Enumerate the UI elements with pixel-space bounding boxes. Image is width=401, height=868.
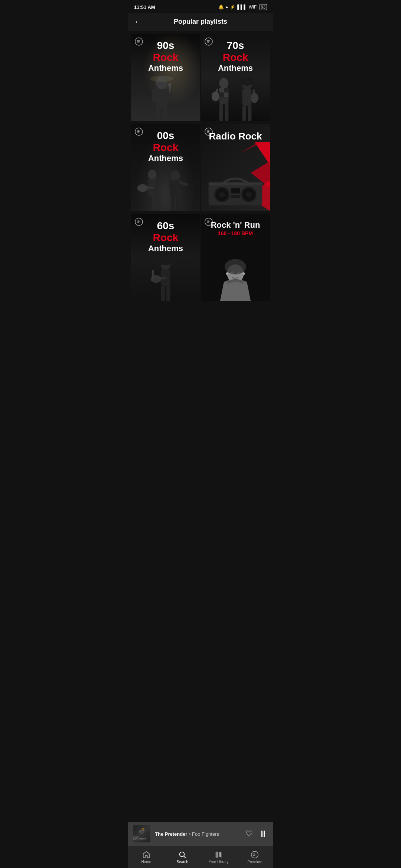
svg-rect-39 [176,197,180,211]
svg-rect-6 [163,107,167,121]
playlist-grid: 90s Rock Anthems [128,31,273,303]
playlist-item-70s[interactable]: 70s Rock Anthems [201,34,270,121]
svg-rect-25 [248,106,251,121]
status-bar: 11:51 AM 🔔 ● ⚡ ▌▌▌ WiFi 93 [128,0,273,13]
svg-point-68 [225,259,246,274]
svg-rect-32 [148,187,154,188]
playlist-item-60s[interactable]: 60s Rock Anthems [131,214,200,301]
cover-60s: 60s Rock Anthems [131,214,200,301]
svg-rect-34 [157,196,160,211]
svg-rect-62 [161,277,166,279]
cover-70s: 70s Rock Anthems [201,34,270,121]
cover-text-90s: 90s Rock Anthems [131,40,200,73]
svg-point-29 [148,170,156,180]
back-button[interactable]: ← [134,17,142,27]
page-title: Popular playlists [174,18,227,26]
svg-point-31 [137,184,148,192]
svg-rect-18 [225,104,228,121]
cover-00s: 00s Rock Anthems [131,124,200,211]
svg-rect-64 [161,286,165,301]
cover-rocknrun: Rock 'n' Run 160 - 180 BPM [201,214,270,301]
svg-rect-37 [179,181,189,187]
svg-rect-27 [253,89,255,99]
svg-rect-65 [166,286,170,301]
cover-text-70s: 70s Rock Anthems [201,40,270,73]
bluetooth-icon: ⚡ [230,4,235,10]
svg-point-35 [170,170,180,181]
svg-point-49 [219,191,225,198]
alarm-icon: 🔔 [218,4,224,10]
rocknrun-art [201,214,270,301]
svg-point-9 [150,76,173,82]
spotify-status-icon: ● [226,5,228,9]
svg-rect-38 [171,197,174,211]
svg-point-11 [219,78,229,89]
svg-rect-13 [219,88,224,92]
header: ← Popular playlists [128,13,273,31]
silhouette-70s [201,69,270,121]
svg-point-69 [231,272,234,274]
svg-point-70 [237,272,239,274]
battery-icon: 93 [260,4,267,10]
svg-rect-23 [242,89,252,105]
cover-text-00s: 00s Rock Anthems [131,130,200,163]
signal-icon: ▌▌▌ [237,4,247,10]
svg-rect-63 [152,270,154,280]
cover-radio: Radio Rock [201,124,270,211]
cover-90s: 90s Rock Anthems [131,34,200,121]
svg-rect-24 [242,106,246,121]
playlist-item-rocknrun[interactable]: Rock 'n' Run 160 - 180 BPM [201,214,270,301]
svg-rect-46 [209,183,263,185]
svg-rect-17 [219,104,223,121]
svg-point-22 [240,76,254,86]
svg-point-72 [243,273,245,275]
svg-point-71 [226,273,228,275]
svg-rect-36 [169,180,180,197]
cover-text-60s: 60s Rock Anthems [131,220,200,253]
svg-rect-54 [231,195,240,198]
silhouette-00s [131,159,200,211]
silhouette-60s [131,249,200,301]
svg-point-52 [246,191,252,198]
playlist-item-00s[interactable]: 00s Rock Anthems [131,124,200,211]
radio-art [201,124,270,211]
svg-marker-41 [255,142,270,165]
svg-point-19 [212,91,219,101]
svg-rect-33 [152,196,156,211]
content-area: 90s Rock Anthems [128,31,273,352]
svg-rect-5 [156,107,160,121]
svg-rect-15 [219,93,224,97]
status-icons: 🔔 ● ⚡ ▌▌▌ WiFi 93 [218,4,267,10]
playlist-item-90s[interactable]: 90s Rock Anthems [131,34,200,121]
svg-rect-16 [224,93,228,97]
svg-rect-20 [216,89,218,97]
status-time: 11:51 AM [134,4,155,10]
svg-point-8 [168,83,171,87]
playlist-item-radio[interactable]: Radio Rock [201,124,270,211]
svg-rect-3 [152,89,158,103]
wifi-icon: WiFi [249,4,258,10]
svg-rect-53 [231,188,240,193]
silhouette-90s [131,69,200,121]
svg-rect-14 [224,88,228,92]
